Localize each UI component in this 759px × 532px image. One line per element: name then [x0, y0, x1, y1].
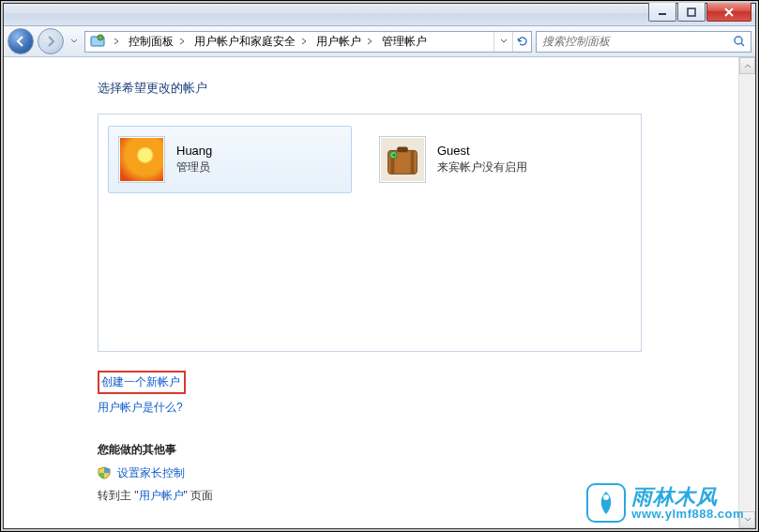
minimize-icon [658, 8, 667, 17]
refresh-icon [516, 35, 529, 48]
search-box[interactable] [536, 31, 751, 53]
watermark: 雨林木风 www.ylmf888.com [586, 483, 744, 523]
avatar [379, 136, 426, 183]
text-suffix: " 页面 [184, 489, 214, 502]
what-is-user-account-link[interactable]: 用户帐户是什么? [98, 401, 183, 414]
svg-rect-8 [397, 147, 408, 153]
account-status: 来宾帐户没有启用 [437, 160, 527, 175]
control-panel-icon [89, 33, 106, 50]
suitcase-avatar-icon [381, 138, 424, 181]
scroll-up-button[interactable] [739, 57, 755, 74]
svg-line-5 [741, 43, 744, 46]
refresh-button[interactable] [512, 32, 531, 52]
account-name: Guest [437, 144, 527, 158]
create-new-account-link[interactable]: 创建一个新帐户 [101, 375, 180, 388]
svg-rect-0 [659, 13, 666, 15]
titlebar [4, 4, 755, 26]
chevron-down-icon [500, 38, 508, 44]
vertical-scrollbar[interactable] [738, 57, 755, 528]
address-dropdown-button[interactable] [493, 32, 512, 52]
account-tile[interactable]: Guest 来宾帐户没有启用 [369, 126, 613, 193]
watermark-logo-icon [586, 483, 626, 523]
breadcrumb-item[interactable]: 管理帐户 [376, 32, 429, 52]
breadcrumb-item[interactable]: 控制面板 [123, 32, 175, 52]
breadcrumb-chevron-icon[interactable] [363, 32, 376, 52]
account-tile[interactable]: Huang 管理员 [108, 126, 352, 193]
svg-point-4 [735, 37, 742, 44]
highlight-box: 创建一个新帐户 [98, 371, 186, 394]
svg-point-12 [603, 494, 609, 500]
avatar [118, 136, 165, 183]
breadcrumb-chevron-icon[interactable] [110, 32, 123, 52]
arrow-left-icon [14, 35, 27, 48]
svg-point-3 [98, 35, 103, 40]
breadcrumb-chevron-icon[interactable] [297, 32, 311, 52]
user-accounts-link[interactable]: 用户帐户 [139, 489, 184, 502]
content-area: 选择希望更改的帐户 Huang 管理员 [4, 57, 738, 528]
search-input[interactable] [537, 35, 728, 48]
svg-rect-10 [411, 150, 415, 174]
close-icon [723, 8, 735, 17]
account-name: Huang [176, 144, 212, 158]
breadcrumb-chevron-icon[interactable] [175, 32, 189, 52]
toolbar: 控制面板 用户帐户和家庭安全 用户帐户 管理帐户 [4, 26, 755, 57]
minimize-button[interactable] [648, 3, 676, 22]
search-icon [733, 35, 746, 48]
accounts-panel: Huang 管理员 [98, 114, 642, 352]
watermark-brand: 雨林木风 [631, 486, 744, 508]
text-prefix: 转到主 " [98, 489, 139, 502]
nav-back-button[interactable] [8, 28, 34, 54]
account-role: 管理员 [176, 160, 212, 175]
other-things-heading: 您能做的其他事 [98, 442, 738, 458]
address-bar[interactable]: 控制面板 用户帐户和家庭安全 用户帐户 管理帐户 [84, 31, 532, 53]
window-controls [648, 3, 751, 22]
nav-history-dropdown[interactable] [68, 31, 81, 52]
maximize-button[interactable] [677, 3, 706, 22]
page-heading: 选择希望更改的帐户 [98, 80, 738, 97]
chevron-down-icon [744, 517, 751, 523]
watermark-url: www.ylmf888.com [631, 508, 744, 521]
arrow-right-icon [44, 35, 57, 48]
breadcrumb-item[interactable]: 用户帐户 [311, 32, 363, 52]
chevron-up-icon [744, 63, 751, 68]
flower-avatar-icon [120, 138, 163, 181]
maximize-icon [687, 8, 696, 17]
breadcrumb-item[interactable]: 用户帐户和家庭安全 [189, 32, 297, 52]
nav-forward-button[interactable] [38, 28, 64, 54]
svg-rect-1 [688, 8, 695, 16]
parental-controls-link[interactable]: 设置家长控制 [117, 466, 185, 479]
chevron-down-icon [70, 38, 78, 44]
search-button[interactable] [728, 32, 751, 52]
shield-icon [98, 466, 111, 482]
close-button[interactable] [706, 3, 751, 22]
scroll-track[interactable] [739, 74, 755, 511]
